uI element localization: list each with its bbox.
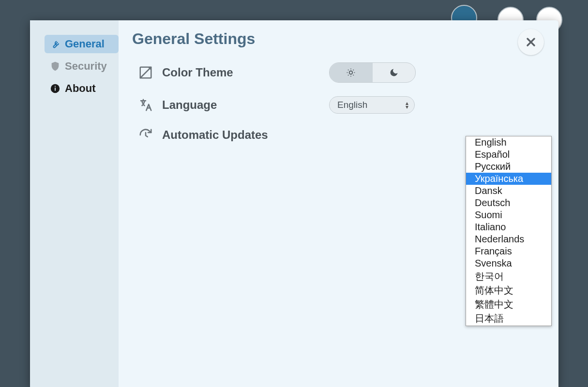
sidebar-item-general[interactable]: General <box>45 35 119 53</box>
close-icon <box>524 35 538 49</box>
settings-modal: General Security About General Settings <box>30 20 558 387</box>
setting-row-language: Language English ▴▾ <box>132 96 545 114</box>
translate-icon <box>138 97 153 113</box>
language-option[interactable]: 简体中文 <box>466 283 551 298</box>
update-icon <box>138 127 153 143</box>
sidebar-item-label: About <box>65 82 96 95</box>
svg-line-13 <box>348 75 348 75</box>
svg-line-10 <box>353 75 354 75</box>
sidebar-item-security[interactable]: Security <box>45 57 119 75</box>
language-option[interactable]: Italiano <box>466 221 551 233</box>
wrench-icon <box>49 38 61 50</box>
svg-line-9 <box>348 70 348 70</box>
theme-icon <box>138 65 153 80</box>
svg-rect-1 <box>55 88 56 90</box>
theme-toggle <box>329 62 416 83</box>
svg-rect-2 <box>55 86 56 87</box>
moon-icon <box>389 68 399 77</box>
language-option[interactable]: Українська <box>466 173 551 185</box>
language-option[interactable]: Dansk <box>466 185 551 197</box>
sidebar-item-label: Security <box>65 60 107 73</box>
language-option[interactable]: 日本語 <box>466 312 551 326</box>
setting-label-text: Automatic Updates <box>162 128 268 142</box>
language-option[interactable]: 繁體中文 <box>466 298 551 312</box>
info-icon <box>49 83 61 94</box>
language-option[interactable]: English <box>466 136 551 149</box>
close-button[interactable] <box>518 29 544 55</box>
svg-point-6 <box>349 71 353 74</box>
language-select[interactable]: English ▴▾ <box>329 96 415 114</box>
language-option[interactable]: Suomi <box>466 209 551 221</box>
language-option[interactable]: Nederlands <box>466 233 551 245</box>
sun-icon <box>346 68 356 77</box>
setting-label-text: Language <box>162 98 217 112</box>
language-dropdown: EnglishEspañolРусскийУкраїнськаDanskDeut… <box>466 136 552 326</box>
sidebar-item-label: General <box>65 38 105 50</box>
language-option[interactable]: Русский <box>466 161 551 173</box>
settings-content: General Settings Color Theme <box>119 20 558 387</box>
theme-light-button[interactable] <box>330 63 373 82</box>
sidebar-item-about[interactable]: About <box>45 79 119 98</box>
language-select-value: English <box>337 100 367 110</box>
language-option[interactable]: Français <box>466 245 551 257</box>
setting-label-text: Color Theme <box>162 66 233 79</box>
theme-dark-button[interactable] <box>373 63 416 82</box>
settings-sidebar: General Security About <box>30 20 119 387</box>
page-title: General Settings <box>132 30 545 48</box>
setting-row-theme: Color Theme <box>132 62 545 83</box>
language-option[interactable]: Deutsch <box>466 197 551 209</box>
language-option[interactable]: Svenska <box>466 257 551 269</box>
language-option[interactable]: Español <box>466 149 551 161</box>
language-option[interactable]: 한국어 <box>466 269 551 283</box>
chevron-up-down-icon: ▴▾ <box>406 101 408 109</box>
svg-line-14 <box>353 70 354 70</box>
shield-icon <box>49 60 61 72</box>
